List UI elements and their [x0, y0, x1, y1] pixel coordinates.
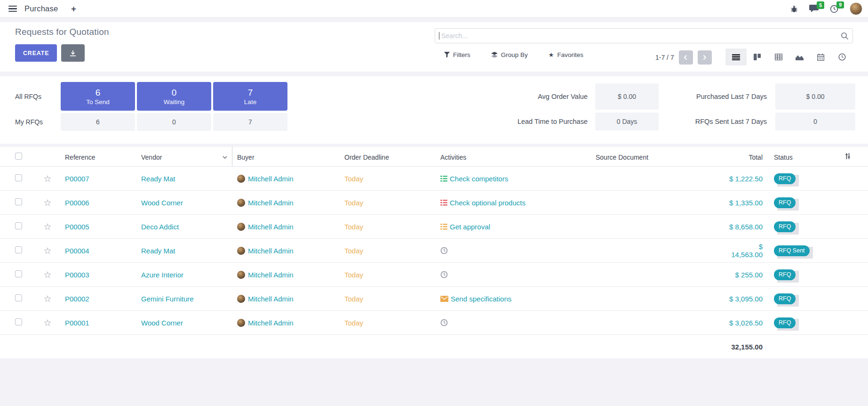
row-checkbox[interactable] — [15, 174, 22, 181]
late-count: 7 — [248, 87, 253, 98]
buyer-link[interactable]: Mitchell Admin — [248, 247, 294, 255]
create-button[interactable]: CREATE — [15, 44, 57, 62]
activity-link[interactable]: Send specifications — [451, 295, 511, 303]
column-header-reference[interactable]: Reference — [58, 153, 138, 161]
activity-link[interactable]: Check competitors — [450, 175, 508, 183]
favorite-star-icon[interactable]: ☆ — [37, 270, 58, 279]
apps-menu-icon[interactable] — [8, 4, 18, 14]
table-row[interactable]: ☆ P00003 Azure Interior Mitchell Admin T… — [0, 263, 868, 287]
favorite-star-icon[interactable]: ☆ — [37, 222, 58, 231]
buyer-link[interactable]: Mitchell Admin — [248, 271, 294, 279]
tile-waiting[interactable]: 0 Waiting — [137, 82, 211, 111]
vendor-link[interactable]: Gemini Furniture — [141, 295, 194, 303]
search-input[interactable] — [435, 28, 853, 43]
activity-view-button[interactable] — [831, 49, 852, 65]
favorite-star-icon[interactable]: ☆ — [37, 294, 58, 303]
favorite-star-icon[interactable]: ☆ — [37, 174, 58, 183]
column-header-total[interactable]: Total — [729, 153, 763, 161]
my-waiting-tile[interactable]: 0 — [137, 113, 211, 131]
activity-clock-icon[interactable] — [440, 247, 448, 254]
filters-button[interactable]: Filters — [444, 51, 470, 58]
vendor-link[interactable]: Wood Corner — [141, 199, 183, 207]
activity-link[interactable]: Check optional products — [450, 199, 526, 207]
avg-order-value-tile[interactable]: $ 0.00 — [595, 83, 659, 110]
column-header-status[interactable]: Status — [763, 153, 838, 161]
reference-link[interactable]: P00005 — [65, 223, 89, 231]
debug-bug-icon[interactable] — [790, 5, 798, 13]
pager-next-button[interactable] — [698, 50, 712, 65]
tile-to-send[interactable]: 6 To Send — [61, 82, 135, 111]
pivot-view-button[interactable] — [768, 49, 789, 65]
calendar-view-button[interactable] — [810, 49, 831, 65]
row-checkbox[interactable] — [15, 270, 22, 277]
optional-columns-icon[interactable] — [844, 153, 851, 160]
column-header-source-document[interactable]: Source Document — [596, 153, 729, 161]
table-row[interactable]: ☆ P00007 Ready Mat Mitchell Admin Today … — [0, 167, 868, 191]
lead-time-value: 0 Days — [617, 118, 637, 125]
favorites-button[interactable]: ★ Favorites — [549, 51, 583, 58]
my-late-tile[interactable]: 7 — [213, 113, 287, 131]
column-header-buyer[interactable]: Buyer — [232, 153, 343, 161]
row-checkbox[interactable] — [15, 246, 22, 253]
purchased-7d-tile[interactable]: $ 0.00 — [775, 83, 855, 110]
column-header-order-deadline[interactable]: Order Deadline — [343, 153, 440, 161]
table-row[interactable]: ☆ P00004 Ready Mat Mitchell Admin Today … — [0, 239, 868, 263]
status-badge: RFQ — [774, 173, 796, 184]
select-all-checkbox[interactable] — [15, 153, 22, 160]
activities-icon[interactable]: 9 — [830, 5, 838, 13]
reference-link[interactable]: P00003 — [65, 271, 89, 279]
my-to-send-tile[interactable]: 6 — [61, 113, 135, 131]
pager-previous-button[interactable] — [679, 50, 693, 65]
activity-clock-icon[interactable] — [440, 271, 448, 278]
vendor-link[interactable]: Wood Corner — [141, 319, 183, 327]
list-view-button[interactable] — [725, 49, 747, 65]
reference-link[interactable]: P00002 — [65, 295, 89, 303]
table-row[interactable]: ☆ P00006 Wood Corner Mitchell Admin Toda… — [0, 191, 868, 215]
buyer-link[interactable]: Mitchell Admin — [248, 223, 294, 231]
favorite-star-icon[interactable]: ☆ — [37, 246, 58, 255]
vendor-link[interactable]: Azure Interior — [141, 271, 183, 279]
rfqs-sent-7d-tile[interactable]: 0 — [775, 113, 855, 130]
activity-clock-icon[interactable] — [440, 319, 448, 326]
row-checkbox[interactable] — [15, 198, 22, 205]
column-header-activities[interactable]: Activities — [440, 153, 596, 161]
buyer-link[interactable]: Mitchell Admin — [248, 199, 294, 207]
table-row[interactable]: ☆ P00005 Deco Addict Mitchell Admin Toda… — [0, 215, 868, 239]
activity-link[interactable]: Get approval — [450, 223, 490, 231]
reference-link[interactable]: P00006 — [65, 199, 89, 207]
row-checkbox[interactable] — [15, 222, 22, 229]
buyer-link[interactable]: Mitchell Admin — [248, 295, 294, 303]
row-checkbox[interactable] — [15, 294, 22, 301]
favorite-star-icon[interactable]: ☆ — [37, 198, 58, 207]
messages-icon[interactable]: 5 — [809, 5, 819, 13]
buyer-link[interactable]: Mitchell Admin — [248, 319, 294, 327]
app-title[interactable]: Purchase — [24, 4, 58, 13]
column-header-vendor[interactable]: Vendor — [138, 147, 232, 167]
table-row[interactable]: ☆ P00001 Wood Corner Mitchell Admin Toda… — [0, 311, 868, 335]
vendor-link[interactable]: Ready Mat — [141, 247, 175, 255]
export-button[interactable] — [61, 44, 85, 62]
table-row[interactable]: ☆ P00002 Gemini Furniture Mitchell Admin… — [0, 287, 868, 311]
reference-link[interactable]: P00004 — [65, 247, 89, 255]
buyer-avatar — [237, 247, 245, 255]
all-rfqs-label: All RFQs — [15, 93, 61, 100]
deadline-text: Today — [344, 247, 363, 255]
sort-caret-icon[interactable] — [223, 156, 227, 159]
favorite-star-icon[interactable]: ☆ — [37, 318, 58, 327]
row-checkbox[interactable] — [15, 318, 22, 325]
new-tab-button[interactable]: + — [71, 5, 76, 13]
lead-time-tile[interactable]: 0 Days — [595, 113, 659, 130]
navbar-systray: 5 9 — [790, 2, 863, 15]
reference-link[interactable]: P00007 — [65, 175, 89, 183]
group-by-button[interactable]: Group By — [491, 51, 528, 58]
activity-list-icon — [440, 176, 447, 182]
kanban-view-button[interactable] — [747, 49, 768, 65]
vendor-link[interactable]: Deco Addict — [141, 223, 179, 231]
graph-view-button[interactable] — [789, 49, 810, 65]
buyer-link[interactable]: Mitchell Admin — [248, 175, 294, 183]
vendor-link[interactable]: Ready Mat — [141, 175, 175, 183]
reference-link[interactable]: P00001 — [65, 319, 89, 327]
user-avatar[interactable] — [850, 2, 862, 15]
search-icon[interactable] — [841, 32, 849, 41]
tile-late[interactable]: 7 Late — [213, 82, 287, 111]
